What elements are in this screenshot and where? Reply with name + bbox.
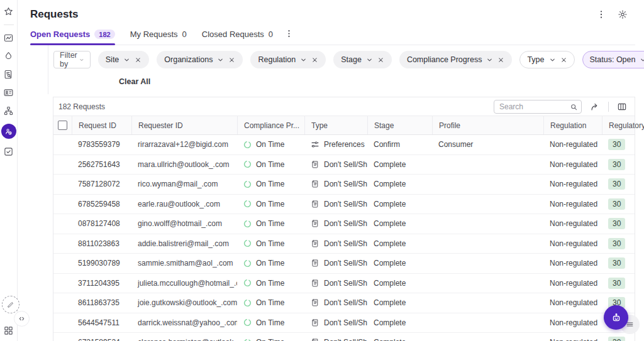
requester-id-cell: earle.rau@outlook_.com xyxy=(131,195,237,214)
stage-cell: Complete xyxy=(367,234,432,254)
settings-gear-icon[interactable] xyxy=(618,9,628,19)
table-row[interactable]: 9783559379rirarrazaval+12@bigid.comOn Ti… xyxy=(53,135,635,155)
star-icon[interactable] xyxy=(3,6,14,17)
tab-my-requests[interactable]: My Requests0 xyxy=(130,26,187,45)
filter-chip-compliance-progress[interactable]: Compliance Progress xyxy=(399,51,513,68)
annotation-pencil-button[interactable] xyxy=(2,296,19,313)
type-cell: Don't Sell/Share xyxy=(304,293,367,313)
close-icon[interactable] xyxy=(135,57,142,63)
request-id-cell[interactable]: 8611863735 xyxy=(72,293,131,313)
request-id-cell[interactable]: 7587128072 xyxy=(72,175,131,194)
filter-chip-organizations[interactable]: Organizations xyxy=(157,51,243,68)
hierarchy-icon[interactable] xyxy=(3,106,14,116)
export-icon[interactable] xyxy=(590,102,600,112)
table-row[interactable]: 5644547511darrick.weissnat@yahoo_.comOn … xyxy=(53,313,635,333)
table-row[interactable]: 8611863735joie.gutkowski@outlook_.comOn … xyxy=(53,293,635,313)
request-id-cell[interactable]: 8811023863 xyxy=(72,234,131,254)
regulation-cell: Non-regulated xyxy=(543,254,602,273)
regulatory-period-badge: 30 xyxy=(608,337,625,341)
column-header-regulatory-p[interactable]: Regulatory P... xyxy=(602,116,644,134)
regulation-cell: Non-regulated xyxy=(543,155,602,175)
table-row[interactable]: 8811023863addie.balistreri@mail_.comOn T… xyxy=(53,234,635,254)
compliance-progress-cell: On Time xyxy=(237,254,304,273)
filter-chip-status-open[interactable]: Status: Open xyxy=(582,51,644,68)
chevron-down-icon[interactable] xyxy=(366,57,373,63)
table-row[interactable]: 6721589524clarence.hermiston@outlook_.co… xyxy=(53,333,635,341)
task-checkbox-icon[interactable] xyxy=(3,146,14,157)
table-row[interactable]: 2562751643mara.ullrich@outlook_.comOn Ti… xyxy=(53,155,635,175)
row-checkbox-slot xyxy=(53,214,72,234)
stage-cell: Complete xyxy=(367,214,432,234)
request-id-cell[interactable]: 0878127408 xyxy=(72,214,131,234)
table-row[interactable]: 0878127408gino.wolff@hotmail_.comOn Time… xyxy=(53,214,635,234)
tab-overflow-kebab-icon[interactable] xyxy=(284,29,294,38)
table-row[interactable]: 6785259458earle.rau@outlook_.comOn TimeD… xyxy=(53,195,635,215)
filter-by-select[interactable]: Filter by xyxy=(53,51,91,68)
column-header-request-id[interactable]: Request ID xyxy=(72,116,131,134)
table-row[interactable]: 3711204395julieta.mccullough@hotmail_.co… xyxy=(53,274,635,294)
clear-all-button[interactable]: Clear All xyxy=(115,77,154,87)
chart-image-icon[interactable] xyxy=(3,33,14,43)
tab-label: My Requests xyxy=(130,30,178,39)
chip-label: Status: Open xyxy=(590,55,636,64)
request-id-cell[interactable]: 9783559379 xyxy=(72,135,131,154)
regulatory-period-cell: 30 xyxy=(602,234,644,254)
requester-id-cell: gino.wolff@hotmail_.com xyxy=(131,214,237,234)
sidebar-collapse-handle[interactable] xyxy=(14,311,30,327)
select-all-checkbox[interactable] xyxy=(58,121,67,130)
apps-grid-icon[interactable] xyxy=(3,325,14,336)
filter-chip-stage[interactable]: Stage xyxy=(333,51,392,68)
chevron-down-icon[interactable] xyxy=(123,57,130,63)
regulation-cell: Non-regulated xyxy=(543,175,602,194)
document-search-icon[interactable] xyxy=(3,69,14,80)
filter-chip-regulation[interactable]: Regulation xyxy=(250,51,326,68)
column-header-requester-id[interactable]: Requester ID xyxy=(131,116,237,134)
kebab-menu-icon[interactable] xyxy=(596,9,606,19)
tab-open-requests[interactable]: Open Requests182 xyxy=(30,26,115,45)
stage-cell: Complete xyxy=(367,313,432,333)
column-header-compliance-pr[interactable]: Compliance Pr... xyxy=(237,116,304,134)
row-checkbox-slot xyxy=(53,234,72,254)
sidebar-item-requests-active[interactable] xyxy=(1,124,16,139)
flame-icon[interactable] xyxy=(3,51,14,62)
request-id-cell[interactable]: 2562751643 xyxy=(72,155,131,175)
chevron-down-icon[interactable] xyxy=(549,57,556,63)
request-id-cell[interactable]: 3711204395 xyxy=(72,274,131,293)
search-box xyxy=(494,100,582,114)
request-id-cell[interactable]: 6785259458 xyxy=(72,195,131,214)
table-row[interactable]: 5199030789sammie.smitham@aol_.comOn Time… xyxy=(53,254,635,274)
close-icon[interactable] xyxy=(560,57,567,63)
profile-cell xyxy=(432,313,543,333)
manage-columns-icon[interactable] xyxy=(617,102,627,112)
tab-closed-requests[interactable]: Closed Requests0 xyxy=(202,26,273,45)
close-icon[interactable] xyxy=(311,57,318,63)
search-input[interactable] xyxy=(494,100,582,114)
request-id-cell[interactable]: 5644547511 xyxy=(72,313,131,333)
column-header-profile[interactable]: Profile xyxy=(432,116,543,134)
regulatory-period-badge: 30 xyxy=(608,278,625,289)
chevron-down-icon[interactable] xyxy=(486,57,493,63)
filter-chip-site[interactable]: Site xyxy=(98,51,150,68)
regulatory-period-cell: 30 xyxy=(602,214,644,234)
close-icon[interactable] xyxy=(497,57,504,63)
column-header-stage[interactable]: Stage xyxy=(367,116,432,134)
request-id-cell[interactable]: 5199030789 xyxy=(72,254,131,273)
scroll-icon xyxy=(311,338,319,341)
filter-chip-type[interactable]: Type xyxy=(519,51,574,68)
column-header-type[interactable]: Type xyxy=(304,116,367,134)
request-id-cell[interactable]: 6721589524 xyxy=(72,333,131,341)
close-icon[interactable] xyxy=(228,57,235,63)
assistant-fab-button[interactable] xyxy=(604,305,628,330)
table-row[interactable]: 7587128072rico.wyman@mail_.comOn TimeDon… xyxy=(53,175,635,195)
chevron-down-icon[interactable] xyxy=(300,57,307,63)
close-icon[interactable] xyxy=(377,57,384,63)
chevron-down-icon[interactable] xyxy=(640,57,644,63)
id-card-icon[interactable] xyxy=(3,87,14,98)
stage-cell: Complete xyxy=(367,195,432,214)
stage-cell: Confirm xyxy=(367,135,432,154)
profile-cell xyxy=(432,293,543,313)
main-content: Requests Open Requests182My Requests0Clo… xyxy=(18,0,644,341)
tab-count: 0 xyxy=(182,30,187,39)
chevron-down-icon[interactable] xyxy=(217,57,224,63)
column-header-regulation[interactable]: Regulation xyxy=(543,116,602,134)
